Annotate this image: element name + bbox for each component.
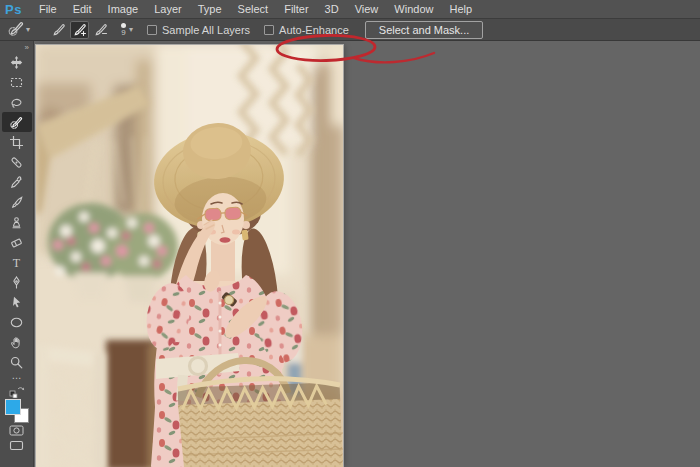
menu-view[interactable]: View [347,0,387,18]
select-and-mask-button[interactable]: Select and Mask... [365,21,484,39]
tool-move[interactable] [2,52,32,72]
sample-all-layers-checkbox[interactable]: Sample All Layers [147,24,250,36]
menu-help[interactable]: Help [441,0,480,18]
brush-tip-dot [121,23,126,28]
photoshop-window: Ps File Edit Image Layer Type Select Fil… [0,0,700,467]
brush-size-value: 9 [121,29,125,37]
tool-type[interactable]: T [2,252,32,272]
checkbox-label: Sample All Layers [162,24,250,36]
default-swap-colors-control[interactable] [9,385,25,398]
tool-clone-stamp[interactable] [2,212,32,232]
quick-selection-tool-icon [8,21,24,38]
options-bar: ▾ 9 ▾ Sample All Layers A [0,19,700,41]
menu-bar: Ps File Edit Image Layer Type Select Fil… [0,0,700,19]
menu-image[interactable]: Image [100,0,147,18]
foreground-color-swatch[interactable] [5,399,21,415]
tool-rectangular-marquee[interactable] [2,72,32,92]
subtract-from-selection-button[interactable] [91,21,110,39]
checkbox-box[interactable] [147,25,157,35]
menu-window[interactable]: Window [386,0,441,18]
menu-filter[interactable]: Filter [276,0,316,18]
tool-brush[interactable] [2,192,32,212]
canvas-pasteboard[interactable] [34,41,700,467]
tool-preset-picker[interactable]: ▾ [0,21,34,38]
chevron-down-icon: ▾ [26,25,30,34]
menu-type[interactable]: Type [190,0,230,18]
tool-crop[interactable] [2,132,32,152]
tool-pen[interactable] [2,272,32,292]
document-canvas-photo[interactable] [36,45,343,467]
tool-ellipse-shape[interactable] [2,312,32,332]
new-selection-button[interactable] [49,21,68,39]
tool-spot-healing-brush[interactable] [2,152,32,172]
work-area: » [0,41,700,467]
chevron-down-icon: ▾ [129,25,133,34]
tool-quick-selection[interactable] [2,112,32,132]
photo-illustration [36,45,343,467]
photoshop-logo: Ps [0,2,31,17]
menu-edit[interactable]: Edit [65,0,100,18]
checkbox-box[interactable] [264,25,274,35]
default-colors-icon [13,394,17,398]
tool-zoom[interactable] [2,352,32,372]
menu-layer[interactable]: Layer [146,0,190,18]
vignette [36,45,343,467]
tool-eyedropper[interactable] [2,172,32,192]
menu-3d[interactable]: 3D [317,0,347,18]
brush-size-preview: 9 [121,23,126,37]
checkbox-label: Auto-Enhance [279,24,349,36]
menu-select[interactable]: Select [230,0,277,18]
collapse-panel-button[interactable]: » [25,41,33,52]
auto-enhance-checkbox[interactable]: Auto-Enhance [264,24,349,36]
edit-toolbar-button[interactable]: … [12,372,22,385]
add-to-selection-button[interactable] [70,21,89,39]
tool-eraser[interactable] [2,232,32,252]
svg-text:T: T [13,256,21,269]
tool-hand[interactable] [2,332,32,352]
menu-file[interactable]: File [31,0,65,18]
selection-mode-group [48,21,111,39]
tool-lasso[interactable] [2,92,32,112]
quick-mask-mode-button[interactable] [9,423,24,438]
tool-path-selection[interactable] [2,292,32,312]
tools-panel: » [0,41,34,467]
screen-mode-button[interactable] [9,438,24,453]
color-swatches [5,399,29,423]
brush-size-picker[interactable]: 9 ▾ [111,23,133,37]
